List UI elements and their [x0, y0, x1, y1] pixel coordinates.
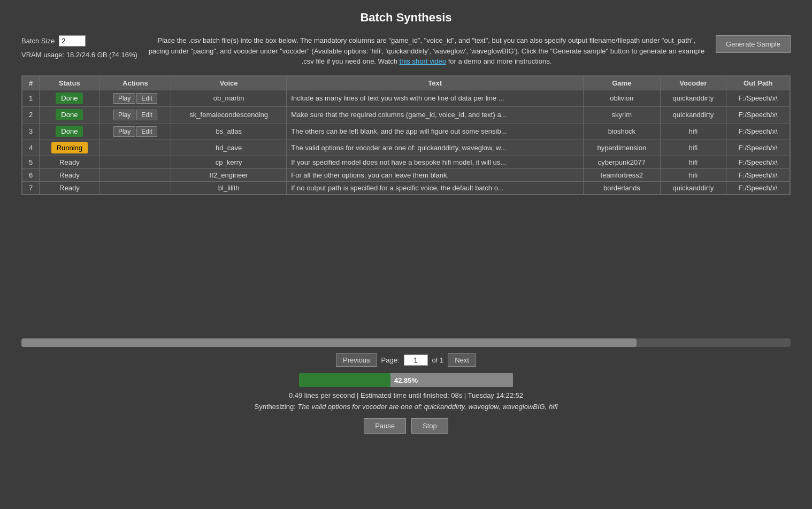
batch-size-row: Batch Size: [21, 35, 86, 47]
synthesizing-content: The valid options for vocoder are one of…: [297, 403, 557, 411]
cell-actions: PlayEdit: [99, 106, 171, 123]
page-label: Page:: [381, 356, 400, 364]
cell-num: 3: [22, 123, 40, 140]
batch-size-input[interactable]: [59, 35, 86, 47]
cell-status: Ready: [39, 156, 99, 168]
cell-num: 7: [22, 181, 40, 194]
empty-area: [21, 200, 791, 334]
cell-actions: [99, 181, 171, 194]
cell-game: oblivion: [584, 90, 661, 106]
synthesizing-text: Synthesizing: The valid options for voco…: [21, 403, 791, 411]
col-header-num: #: [22, 76, 40, 90]
batch-size-label: Batch Size: [21, 37, 55, 45]
cell-text: The valid options for vocoder are one of…: [287, 140, 584, 156]
action-play-button[interactable]: Play: [113, 110, 135, 120]
of-label: of 1: [432, 356, 444, 364]
cell-game: cyberpunk2077: [584, 156, 661, 168]
table-row: 2DonePlayEditsk_femalecondescendingMake …: [22, 106, 790, 123]
progress-bar-container: 42.85%: [299, 373, 513, 387]
pagination: Previous Page: of 1 Next: [21, 353, 791, 367]
cell-text: If no output path is specified for a spe…: [287, 181, 584, 194]
previous-button[interactable]: Previous: [336, 353, 377, 367]
status-badge: Ready: [59, 184, 80, 192]
instructions-text: Place the .csv batch file(s) into the bo…: [148, 35, 705, 67]
cell-vocoder: quickanddirty: [660, 106, 726, 123]
cell-num: 1: [22, 90, 40, 106]
cell-vocoder: hifi: [660, 168, 726, 181]
cell-text: The others can be left blank, and the ap…: [287, 123, 584, 140]
cell-voice: bs_atlas: [171, 123, 287, 140]
cell-voice: bl_lilith: [171, 181, 287, 194]
table-row: 6Readytf2_engineerFor all the other opti…: [22, 168, 790, 181]
action-play-button[interactable]: Play: [113, 93, 135, 104]
action-edit-button[interactable]: Edit: [136, 126, 157, 137]
cell-actions: [99, 168, 171, 181]
page-input[interactable]: [404, 354, 428, 366]
action-edit-button[interactable]: Edit: [136, 93, 157, 104]
vram-usage-label: VRAM usage: 18.2/24.6 GB (74.16%): [21, 51, 137, 59]
cell-num: 4: [22, 140, 40, 156]
top-controls: Batch Size VRAM usage: 18.2/24.6 GB (74.…: [21, 35, 791, 67]
progress-label: 42.85%: [394, 376, 418, 384]
stats-text: 0.49 lines per second | Estimated time u…: [21, 391, 791, 399]
cell-status: Ready: [39, 181, 99, 194]
cell-text: Include as many lines of text you wish w…: [287, 90, 584, 106]
horizontal-scrollbar[interactable]: [21, 338, 791, 347]
table-row: 3DonePlayEditbs_atlasThe others can be l…: [22, 123, 790, 140]
col-header-actions: Actions: [99, 76, 171, 90]
cell-status: Ready: [39, 168, 99, 181]
col-header-text: Text: [287, 76, 584, 90]
scrollbar-thumb: [21, 338, 637, 347]
table-container: # Status Actions Voice Text Game Vocoder…: [21, 75, 791, 195]
col-header-status: Status: [39, 76, 99, 90]
cell-vocoder: hifi: [660, 123, 726, 140]
table-row: 5Readycp_kerryIf your specified model do…: [22, 156, 790, 168]
cell-voice: sk_femalecondescending: [171, 106, 287, 123]
cell-game: bioshock: [584, 123, 661, 140]
cell-status: Done: [39, 90, 99, 106]
short-video-link[interactable]: this short video: [400, 57, 446, 65]
col-header-game: Game: [584, 76, 661, 90]
batch-table: # Status Actions Voice Text Game Vocoder…: [22, 76, 790, 195]
cell-out-path: F:/Speech/x\: [726, 140, 790, 156]
cell-text: If your specified model does not have a …: [287, 156, 584, 168]
cell-voice: hd_cave: [171, 140, 287, 156]
cell-status: Running: [39, 140, 99, 156]
cell-actions: [99, 140, 171, 156]
action-play-button[interactable]: Play: [113, 126, 135, 137]
generate-sample-button[interactable]: Generate Sample: [716, 35, 791, 53]
table-row: 7Readybl_lilithIf no output path is spec…: [22, 181, 790, 194]
table-body: 1DonePlayEditob_martinInclude as many li…: [22, 90, 790, 194]
synthesizing-label: Synthesizing:: [254, 403, 295, 411]
status-badge: Done: [56, 109, 83, 120]
cell-out-path: F:/Speech/x\: [726, 181, 790, 194]
page-wrapper: Batch Synthesis Batch Size VRAM usage: 1…: [0, 0, 812, 509]
cell-voice: tf2_engineer: [171, 168, 287, 181]
cell-game: skyrim: [584, 106, 661, 123]
col-header-vocoder: Vocoder: [660, 76, 726, 90]
progress-fill: [299, 373, 390, 387]
table-header-row: # Status Actions Voice Text Game Vocoder…: [22, 76, 790, 90]
cell-vocoder: hifi: [660, 140, 726, 156]
cell-voice: ob_martin: [171, 90, 287, 106]
action-edit-button[interactable]: Edit: [136, 110, 157, 120]
status-badge: Running: [51, 142, 88, 153]
cell-voice: cp_kerry: [171, 156, 287, 168]
cell-out-path: F:/Speech/x\: [726, 123, 790, 140]
cell-game: borderlands: [584, 181, 661, 194]
status-badge: Ready: [59, 158, 80, 166]
status-badge: Done: [56, 126, 83, 137]
col-header-voice: Voice: [171, 76, 287, 90]
cell-actions: PlayEdit: [99, 123, 171, 140]
cell-out-path: F:/Speech/x\: [726, 106, 790, 123]
cell-game: hyperdimension: [584, 140, 661, 156]
next-button[interactable]: Next: [448, 353, 476, 367]
cell-status: Done: [39, 106, 99, 123]
pause-button[interactable]: Pause: [364, 418, 406, 434]
cell-out-path: F:/Speech/x\: [726, 90, 790, 106]
cell-text: Make sure that the required columns (gam…: [287, 106, 584, 123]
table-row: 1DonePlayEditob_martinInclude as many li…: [22, 90, 790, 106]
stop-button[interactable]: Stop: [411, 418, 448, 434]
cell-game: teamfortress2: [584, 168, 661, 181]
cell-actions: PlayEdit: [99, 90, 171, 106]
